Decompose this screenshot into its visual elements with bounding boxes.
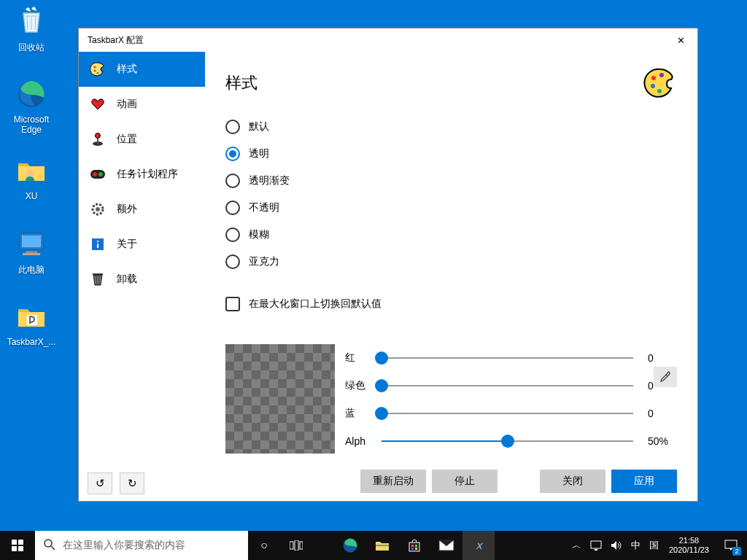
tray-network-icon[interactable] bbox=[586, 531, 606, 560]
task-view-icon[interactable] bbox=[280, 531, 312, 560]
slider-thumb[interactable] bbox=[375, 379, 388, 392]
desktop-icon-xu[interactable]: XU bbox=[4, 153, 59, 201]
sidebar-item-taskschedule[interactable]: 任务计划程序 bbox=[79, 157, 205, 192]
radio-label: 默认 bbox=[249, 120, 269, 133]
svg-rect-38 bbox=[411, 545, 414, 547]
tray-chevron-icon[interactable]: ︿ bbox=[568, 531, 586, 560]
action-center-icon[interactable]: 2 bbox=[715, 531, 747, 560]
radio-indicator bbox=[225, 228, 240, 242]
svg-rect-29 bbox=[18, 546, 23, 551]
taskbar-app-taskbarx[interactable]: ⅹ bbox=[462, 531, 495, 560]
radio-option-4[interactable]: 模糊 bbox=[225, 221, 677, 248]
undo-button[interactable]: ↺ bbox=[88, 472, 112, 494]
radio-indicator bbox=[225, 147, 240, 161]
svg-rect-26 bbox=[12, 540, 17, 545]
refresh-button[interactable]: ↻ bbox=[120, 472, 144, 494]
desktop-icon-taskbarx[interactable]: TaskbarX_... bbox=[4, 299, 59, 347]
radio-option-1[interactable]: 透明 bbox=[225, 140, 677, 167]
taskbarx-config-window: TaskbarX 配置 ✕ 样式 动画 位置 bbox=[78, 28, 698, 502]
slider-thumb[interactable] bbox=[375, 407, 388, 420]
slider-track[interactable] bbox=[382, 385, 633, 386]
slider-track[interactable] bbox=[382, 357, 633, 359]
slider-row-3: Alph50% bbox=[345, 427, 677, 455]
sidebar-item-label: 样式 bbox=[117, 63, 137, 76]
taskbar-app-store[interactable] bbox=[398, 531, 430, 560]
radio-option-2[interactable]: 透明渐变 bbox=[225, 167, 677, 194]
sidebar-item-style[interactable]: 样式 bbox=[79, 52, 205, 87]
start-button[interactable] bbox=[0, 531, 35, 560]
radio-label: 模糊 bbox=[249, 228, 269, 241]
titlebar: TaskbarX 配置 ✕ bbox=[79, 28, 697, 52]
search-box[interactable]: 在这里输入你要搜索的内容 bbox=[35, 531, 248, 560]
svg-rect-5 bbox=[23, 253, 40, 255]
slider-thumb[interactable] bbox=[375, 351, 388, 365]
desktop-icon-edge[interactable]: Microsoft Edge bbox=[4, 77, 59, 135]
svg-rect-27 bbox=[18, 540, 23, 545]
notif-badge: 2 bbox=[732, 547, 741, 556]
tray-ime1[interactable]: 中 bbox=[627, 531, 645, 560]
sidebar-item-about[interactable]: 关于 bbox=[79, 227, 205, 262]
svg-rect-36 bbox=[376, 545, 389, 546]
apply-button[interactable]: 应用 bbox=[611, 470, 677, 493]
taskbar-app-edge[interactable] bbox=[334, 531, 366, 560]
slider-row-1: 绿色0 bbox=[345, 372, 677, 400]
color-preview-swatch bbox=[225, 344, 335, 454]
cortana-icon[interactable]: ○ bbox=[248, 531, 280, 560]
taskbar-app-mail[interactable] bbox=[430, 531, 462, 560]
svg-rect-43 bbox=[591, 541, 601, 548]
desktop-icon-label: Microsoft Edge bbox=[4, 114, 59, 135]
desktop-icon-recycle-bin[interactable]: 回收站 bbox=[4, 4, 59, 54]
svg-point-8 bbox=[94, 70, 96, 72]
folder-icon bbox=[14, 299, 49, 334]
clock-date: 2020/11/23 bbox=[669, 545, 709, 555]
taskbar-app-explorer[interactable] bbox=[366, 531, 398, 560]
system-tray: ︿ 中 国 21:58 2020/11/23 2 bbox=[568, 531, 747, 560]
stop-button[interactable]: 停止 bbox=[432, 470, 498, 493]
info-icon bbox=[90, 236, 106, 252]
close-config-button[interactable]: 关闭 bbox=[540, 470, 605, 493]
sidebar: 样式 动画 位置 任务计划程序 bbox=[79, 52, 205, 501]
eyedropper-button[interactable] bbox=[654, 367, 677, 387]
sidebar-item-uninstall[interactable]: 卸载 bbox=[79, 262, 205, 297]
taskbar-clock[interactable]: 21:58 2020/11/23 bbox=[663, 536, 715, 555]
close-button[interactable]: ✕ bbox=[665, 28, 697, 52]
sidebar-item-label: 动画 bbox=[117, 98, 137, 111]
slider-value: 0 bbox=[648, 352, 677, 364]
radio-label: 透明 bbox=[249, 147, 269, 160]
svg-rect-41 bbox=[415, 548, 417, 550]
svg-point-30 bbox=[44, 540, 52, 547]
edge-icon bbox=[14, 77, 49, 112]
sidebar-item-position[interactable]: 位置 bbox=[79, 122, 205, 157]
svg-rect-4 bbox=[26, 251, 37, 253]
svg-rect-33 bbox=[295, 540, 298, 551]
svg-point-24 bbox=[657, 89, 662, 93]
slider-thumb[interactable] bbox=[501, 435, 514, 448]
desktop-icon-this-pc[interactable]: 此电脑 bbox=[4, 226, 59, 276]
radio-indicator bbox=[225, 201, 240, 215]
radio-option-3[interactable]: 不透明 bbox=[225, 194, 677, 221]
desktop-icon-label: 回收站 bbox=[4, 42, 59, 54]
maximize-default-checkbox[interactable] bbox=[225, 297, 240, 311]
sidebar-item-animation[interactable]: 动画 bbox=[79, 87, 205, 122]
restart-button[interactable]: 重新启动 bbox=[360, 470, 426, 493]
slider-track[interactable] bbox=[382, 413, 633, 414]
recycle-bin-icon bbox=[14, 4, 49, 39]
slider-row-2: 蓝0 bbox=[345, 400, 677, 427]
tray-ime2[interactable]: 国 bbox=[645, 531, 663, 560]
search-icon bbox=[44, 539, 55, 553]
svg-rect-19 bbox=[97, 241, 98, 242]
tray-volume-icon[interactable] bbox=[606, 531, 627, 560]
svg-point-17 bbox=[96, 207, 100, 211]
svg-rect-37 bbox=[409, 542, 419, 551]
svg-point-15 bbox=[98, 172, 103, 176]
radio-label: 亚克力 bbox=[249, 255, 279, 268]
radio-option-0[interactable]: 默认 bbox=[225, 113, 677, 140]
radio-option-5[interactable]: 亚克力 bbox=[225, 248, 677, 275]
folder-icon bbox=[14, 153, 49, 188]
svg-point-22 bbox=[651, 76, 656, 80]
slider-label: Alph bbox=[345, 435, 382, 447]
sidebar-item-extra[interactable]: 额外 bbox=[79, 192, 205, 227]
slider-track[interactable] bbox=[382, 440, 633, 442]
palette-icon bbox=[90, 61, 106, 77]
window-title: TaskbarX 配置 bbox=[88, 34, 144, 47]
